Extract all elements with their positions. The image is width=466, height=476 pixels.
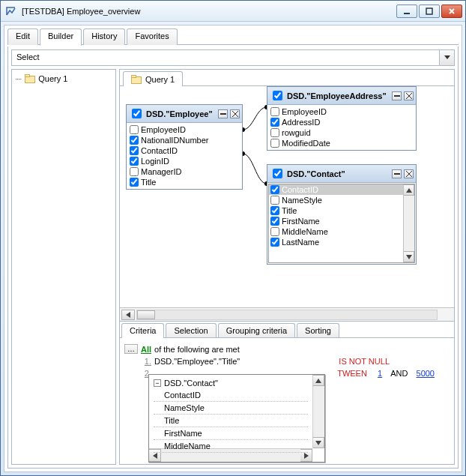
table-title-bar[interactable]: DSD."Contact"	[267, 165, 416, 183]
popup-item[interactable]: ContactID	[154, 389, 308, 402]
field-row[interactable]: LastName	[269, 237, 403, 247]
field-checkbox[interactable]	[130, 178, 139, 187]
field-checkbox[interactable]	[130, 136, 139, 145]
table-body: EmployeeIDAddressIDrowguidModifiedDate	[267, 105, 416, 150]
field-row[interactable]: FirstName	[269, 216, 403, 226]
table-close-button[interactable]	[230, 109, 240, 118]
field-checkbox[interactable]	[270, 107, 279, 116]
table-title-bar[interactable]: DSD."EmployeeAddress"	[267, 87, 416, 105]
bottom-tab-criteria[interactable]: Criteria	[121, 323, 164, 338]
field-name: ModifiedDate	[282, 139, 330, 148]
query-tree-panel[interactable]: ···· Query 1	[11, 69, 116, 465]
scroll-down-icon[interactable]	[313, 437, 324, 448]
table-v-scrollbar[interactable]	[403, 184, 414, 262]
window-title: [TESTDBA] Employee_overview	[22, 7, 396, 16]
scroll-up-icon[interactable]	[404, 184, 414, 196]
field-name: EmployeeID	[282, 107, 327, 116]
field-row[interactable]: ModifiedDate	[269, 138, 414, 148]
scroll-track[interactable]	[136, 310, 438, 320]
popup-item[interactable]: Title	[154, 415, 308, 427]
popup-item[interactable]: NameStyle	[154, 402, 308, 415]
close-button[interactable]	[441, 4, 462, 18]
popup-item[interactable]: FirstName	[154, 427, 308, 440]
select-type-dropdown[interactable]: Select	[11, 49, 455, 66]
criteria-field[interactable]: DSD."Employee"."Title"	[154, 357, 240, 366]
field-checkbox[interactable]	[270, 206, 279, 215]
maximize-button[interactable]	[419, 4, 440, 18]
field-checkbox[interactable]	[270, 196, 279, 205]
collapse-icon[interactable]: −	[154, 379, 161, 387]
field-checkbox[interactable]	[270, 217, 279, 226]
minimize-button[interactable]	[396, 4, 417, 18]
popup-item[interactable]: MiddleName	[154, 440, 308, 453]
criteria-all-link[interactable]: All	[141, 345, 151, 354]
scroll-thumb[interactable]	[137, 310, 155, 319]
field-row[interactable]: AddressID	[269, 117, 414, 127]
field-row[interactable]: NameStyle	[269, 195, 403, 205]
ellipsis-button[interactable]: …	[124, 344, 138, 354]
field-row[interactable]: ManagerID	[128, 166, 240, 177]
criteria-row-1[interactable]: 1. DSD."Employee"."Title" IS NOT NULL	[124, 355, 450, 367]
dropdown-arrow-icon[interactable]	[439, 50, 454, 65]
client-area: EditBuilderHistoryFavorites Select ····	[4, 25, 462, 472]
diagram-h-scrollbar[interactable]	[120, 307, 454, 321]
bottom-tab-selection[interactable]: Selection	[166, 323, 216, 337]
folder-icon	[131, 75, 142, 84]
field-row[interactable]: ContactID	[128, 145, 240, 156]
popup-v-scrollbar[interactable]	[312, 375, 324, 448]
criteria-operator[interactable]: TWEEN	[337, 369, 367, 378]
field-picker-popup[interactable]: −DSD."Contact"ContactIDNameStyleTitleFir…	[148, 374, 325, 463]
field-row[interactable]: LoginID	[128, 156, 240, 166]
scroll-down-icon[interactable]	[404, 251, 414, 262]
bottom-tab-sorting[interactable]: Sorting	[297, 323, 339, 337]
title-bar[interactable]: [TESTDBA] Employee_overview	[1, 1, 465, 22]
field-name: MiddleName	[282, 227, 328, 236]
table-min-button[interactable]	[392, 169, 402, 178]
field-row[interactable]: Title	[128, 177, 240, 187]
field-checkbox[interactable]	[270, 185, 279, 194]
field-checkbox[interactable]	[270, 118, 279, 127]
main-tab-builder[interactable]: Builder	[40, 28, 82, 46]
table-min-button[interactable]	[218, 109, 228, 118]
field-row[interactable]: Title	[269, 205, 403, 216]
table-min-button[interactable]	[392, 91, 402, 100]
main-tab-edit[interactable]: Edit	[7, 28, 38, 45]
field-row[interactable]: MiddleName	[269, 226, 403, 237]
inner-tab-query[interactable]: Query 1	[123, 71, 183, 86]
table-include-checkbox[interactable]	[273, 91, 282, 100]
field-checkbox[interactable]	[130, 157, 139, 166]
field-row[interactable]: ContactID	[269, 184, 403, 195]
popup-root-item[interactable]: −DSD."Contact"	[154, 377, 308, 389]
table-window-employee[interactable]: DSD."Employee"EmployeeIDNationalIDNumber…	[126, 104, 243, 190]
field-row[interactable]: NationalIDNumber	[128, 135, 240, 145]
table-title-bar[interactable]: DSD."Employee"	[127, 105, 242, 123]
bottom-tab-grouping-criteria[interactable]: Grouping criteria	[218, 323, 295, 337]
field-row[interactable]: rowguid	[269, 127, 414, 138]
field-row[interactable]: EmployeeID	[128, 124, 240, 135]
table-window-employeeaddress[interactable]: DSD."EmployeeAddress"EmployeeIDAddressID…	[267, 86, 417, 151]
table-include-checkbox[interactable]	[132, 109, 142, 118]
field-checkbox[interactable]	[130, 146, 139, 155]
diagram-area[interactable]: DSD."Employee"EmployeeIDNationalIDNumber…	[120, 86, 454, 321]
field-checkbox[interactable]	[270, 139, 279, 148]
main-tab-favorites[interactable]: Favorites	[127, 28, 177, 45]
table-close-button[interactable]	[404, 91, 414, 100]
criteria-body[interactable]: … All of the following are met 1. DSD."E…	[120, 338, 454, 464]
scroll-left-icon[interactable]	[121, 310, 135, 320]
field-checkbox[interactable]	[270, 238, 279, 247]
inner-tab-label: Query 1	[145, 75, 175, 84]
table-close-button[interactable]	[404, 169, 414, 178]
main-tab-history[interactable]: History	[83, 28, 125, 45]
field-checkbox[interactable]	[130, 167, 139, 176]
field-checkbox[interactable]	[270, 227, 279, 236]
scroll-up-icon[interactable]	[313, 375, 324, 386]
criteria-operator[interactable]: IS NOT NULL	[339, 357, 390, 366]
tree-item-query[interactable]: ···· Query 1	[13, 73, 114, 85]
criteria-value-2[interactable]: 5000	[417, 369, 435, 378]
table-include-checkbox[interactable]	[273, 169, 282, 178]
table-window-contact[interactable]: DSD."Contact"ContactIDNameStyleTitleFirs…	[267, 164, 417, 265]
field-checkbox[interactable]	[270, 128, 279, 137]
criteria-value-1[interactable]: 1	[378, 369, 382, 378]
field-row[interactable]: EmployeeID	[269, 106, 414, 117]
field-checkbox[interactable]	[130, 125, 139, 134]
